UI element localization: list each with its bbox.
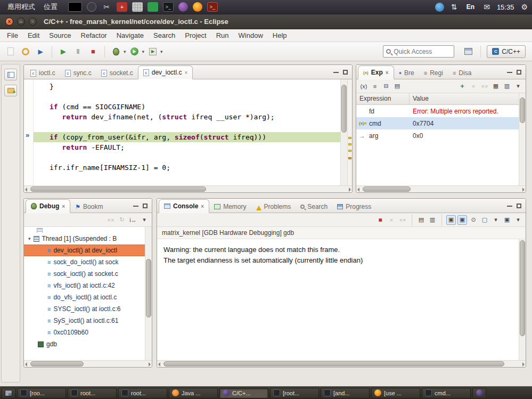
thread-node[interactable]: ▾ Thread [1] (Suspended : B: [24, 233, 145, 245]
remove-launch-icon[interactable]: ×: [387, 215, 396, 225]
show-console-stdout-icon[interactable]: ▣: [446, 215, 456, 225]
close-tab-icon[interactable]: ×: [62, 203, 65, 209]
gdb-process-node[interactable]: gdb: [24, 338, 145, 350]
tab-registers[interactable]: ≡ Regi: [419, 67, 448, 79]
keyboard-indicator[interactable]: En: [464, 3, 477, 11]
stack-frame[interactable]: ≡ sock_do_ioctl() at sock: [24, 256, 145, 268]
perspective-cpp-button[interactable]: C C/C++: [487, 45, 526, 58]
taskbar-window-button[interactable]: root...: [118, 388, 167, 398]
maximize-icon[interactable]: [517, 203, 521, 208]
window-maximize-button[interactable]: ▫: [29, 18, 37, 26]
editor-horizontal-scrollbar[interactable]: [24, 185, 352, 192]
expression-row[interactable]: fd Error: Multiple errors reported.: [356, 105, 519, 117]
chat-indicator-icon[interactable]: [435, 3, 444, 12]
quick-access-input[interactable]: [394, 48, 447, 55]
console-horizontal-scrollbar[interactable]: [157, 360, 526, 367]
resume-icon[interactable]: ▶: [57, 45, 70, 58]
window-close-button[interactable]: ×: [5, 18, 13, 26]
show-console-stderr-icon[interactable]: ▣: [457, 215, 467, 225]
tab-progress[interactable]: Progress: [332, 200, 376, 213]
stack-frame[interactable]: ≡ SyS_ioctl() at ioctl.c:61: [24, 315, 145, 327]
expander-icon[interactable]: ▾: [28, 236, 31, 241]
expressions-horizontal-scrollbar[interactable]: [356, 185, 526, 192]
minimize-icon[interactable]: [133, 205, 138, 207]
step-into-icon[interactable]: ▶: [34, 45, 47, 58]
restore-view-button[interactable]: [4, 69, 17, 80]
stack-frame[interactable]: ≡ vfs_ioctl() at ioctl.c:42: [24, 280, 145, 291]
add-expression-icon[interactable]: +: [457, 82, 467, 91]
taskbar-window-button[interactable]: [root...: [270, 388, 319, 398]
menu-item[interactable]: Search: [149, 30, 180, 41]
expressions-vertical-scrollbar[interactable]: [519, 93, 526, 185]
red-terminal-icon[interactable]: >_: [207, 2, 218, 12]
column-value[interactable]: Value: [410, 93, 519, 104]
remove-terminated-icon[interactable]: ××: [106, 215, 116, 225]
green-app-icon[interactable]: [148, 2, 158, 12]
tab-breakpoints[interactable]: ● Bre: [394, 67, 419, 79]
taskbar-window-button[interactable]: Java ...: [169, 388, 218, 398]
taskbar-window-button[interactable]: cmd...: [422, 388, 471, 398]
remove-all-expressions-icon[interactable]: ××: [480, 82, 489, 91]
expression-row[interactable]: (x)= cmd 0x7704: [356, 117, 519, 129]
tab-bookmarks[interactable]: ⚑ Bookm: [70, 200, 108, 213]
maximize-icon[interactable]: [143, 203, 148, 208]
code-editor[interactable]: } if (cmd == SIOCGIFNAME) return dev_ifn…: [34, 79, 340, 185]
firefox-icon[interactable]: [193, 2, 202, 12]
red-app-icon[interactable]: +: [117, 2, 127, 12]
show-type-names-icon[interactable]: (x): [359, 82, 369, 91]
close-tab-icon[interactable]: ×: [386, 70, 389, 76]
pin-console-icon[interactable]: ⊙: [469, 215, 478, 225]
debug-dropdown-icon[interactable]: ▾: [124, 49, 126, 54]
taskbar-window-button[interactable]: C/C+...: [219, 388, 268, 398]
menu-item[interactable]: File: [2, 30, 23, 41]
stack-frame[interactable]: ≡ do_vfs_ioctl() at ioctl.c: [24, 291, 145, 303]
close-tab-icon[interactable]: ×: [201, 203, 204, 209]
suspend-icon[interactable]: ‖: [72, 45, 85, 58]
taskbar-app-button[interactable]: [472, 388, 486, 398]
purple-app-icon[interactable]: [178, 2, 188, 12]
terminal-preview-icon[interactable]: [68, 2, 82, 12]
taskbar-window-button[interactable]: [roo...: [17, 388, 66, 398]
tab-console[interactable]: Console ×: [159, 199, 209, 213]
network-arrows-icon[interactable]: ⇅: [451, 3, 457, 11]
remove-all-launches-icon[interactable]: ××: [398, 215, 407, 225]
editor-vertical-scrollbar[interactable]: [340, 79, 347, 185]
taskbar-window-button[interactable]: [use ...: [371, 388, 420, 398]
taskbar-window-button[interactable]: [and...: [321, 388, 370, 398]
console-output[interactable]: Warning: the current language does not m…: [157, 239, 519, 360]
minimize-icon[interactable]: [333, 71, 339, 73]
open-element-icon[interactable]: [19, 45, 32, 58]
stack-frame[interactable]: ≡ sock_ioctl() at socket.c: [24, 268, 145, 280]
minimize-icon[interactable]: [507, 71, 512, 73]
workspace-switcher-button[interactable]: [2, 388, 15, 398]
editor-tab[interactable]: c dev_ioctl.c ×: [138, 66, 193, 79]
terminal-app-icon[interactable]: >_: [163, 2, 174, 12]
editor-tab[interactable]: c socket.c ×: [96, 67, 138, 79]
restart-icon[interactable]: ↻: [117, 215, 127, 225]
menu-item[interactable]: Project: [180, 30, 211, 41]
tab-debug[interactable]: Debug ×: [26, 199, 70, 213]
calculator-icon[interactable]: [132, 2, 143, 12]
remove-expression-icon[interactable]: ×: [469, 82, 478, 91]
collapse-all-icon[interactable]: ⊟: [381, 82, 391, 91]
open-console-icon[interactable]: ▣: [502, 215, 512, 225]
menu-item[interactable]: Window: [234, 30, 268, 41]
new-wizard-icon[interactable]: [4, 45, 17, 58]
annotation-ruler[interactable]: »: [24, 79, 34, 185]
stack-frame[interactable]: ≡ 0xc0109b60: [24, 327, 145, 338]
maximize-icon[interactable]: [343, 70, 348, 75]
debug-vertical-scrollbar[interactable]: [145, 227, 152, 360]
menu-item[interactable]: Navigate: [112, 30, 149, 41]
mail-icon[interactable]: ✉: [484, 3, 490, 11]
display-selected-console-icon[interactable]: ▢: [480, 215, 489, 225]
maximize-icon[interactable]: [517, 70, 521, 75]
tab-search[interactable]: Search: [296, 200, 332, 213]
round-app-icon[interactable]: [87, 2, 96, 12]
terminate-icon[interactable]: ■: [87, 45, 100, 58]
run-icon[interactable]: ▶: [128, 45, 141, 58]
expression-row[interactable]: → arg 0x0: [356, 129, 519, 142]
project-explorer-trim-button[interactable]: [4, 85, 17, 96]
minimize-icon[interactable]: [507, 205, 512, 207]
debug-horizontal-scrollbar[interactable]: [24, 360, 152, 367]
overview-ruler[interactable]: [347, 79, 352, 185]
